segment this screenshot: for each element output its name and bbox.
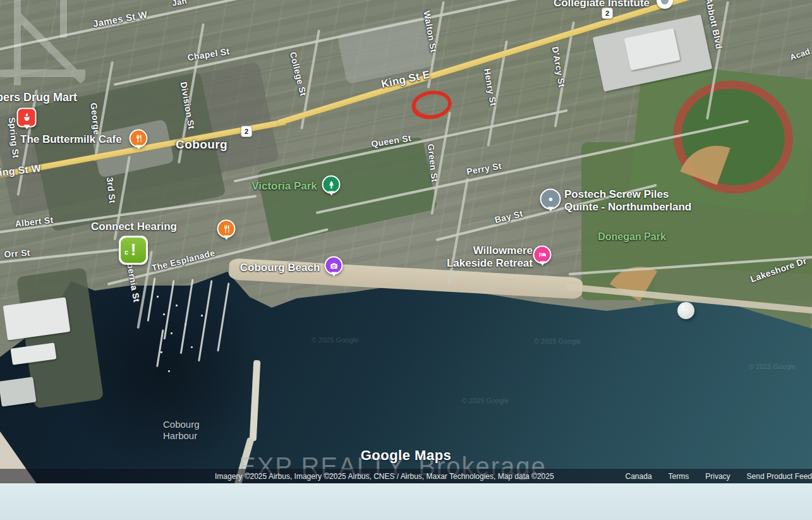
poi-label-willowmere-lakeside-retreat[interactable]: WillowmereLakeside Retreat — [447, 245, 533, 270]
poi-label-the-buttermilk-cafe[interactable]: The Buttermilk Cafe — [20, 133, 122, 146]
poi-label-victoria-park[interactable]: Victoria Park — [251, 180, 317, 193]
poi-label-line: Donegan Park — [598, 231, 666, 243]
exp-logo-watermark — [0, 0, 92, 92]
poi-label-line: Lakeside Retreat — [447, 257, 533, 270]
connect-hearing-icon: !c — [119, 236, 148, 265]
school-icon — [657, 0, 673, 9]
victoria-park-marker[interactable] — [322, 176, 341, 194]
poi-label-line: Victoria Park — [251, 180, 317, 193]
shoppers-drug-mart-marker[interactable] — [17, 108, 37, 128]
google-copyright-mark: © 2025 Google — [534, 337, 581, 345]
footer-link-canada[interactable]: Canada — [626, 472, 652, 481]
highway-2-badge: 2 — [602, 8, 613, 19]
business-icon — [540, 189, 561, 210]
poi-label-line: Cobourg — [163, 419, 200, 430]
google-maps-logo[interactable]: Google Maps — [361, 447, 452, 464]
poi-label-line: Willowmere — [447, 245, 533, 257]
footer-link-send-product-feed[interactable]: Send Product Feed — [747, 472, 812, 481]
poi-label-line: Connect Hearing — [91, 221, 177, 233]
poi-label-line: Quinte - Northumberland — [564, 201, 691, 214]
poi-label-postech-screw-piles-quinte-northumberland[interactable]: Postech Screw PilesQuinte - Northumberla… — [564, 188, 691, 214]
poi-label-donegan-park[interactable]: Donegan Park — [598, 231, 666, 243]
poi-label-pers-drug-mart[interactable]: pers Drug Mart — [0, 91, 77, 104]
footer-link-privacy[interactable]: Privacy — [705, 472, 730, 481]
google-copyright-mark: © 2025 Google — [749, 363, 796, 370]
pharmacy-icon — [17, 108, 37, 128]
buttermilk-cafe-marker[interactable] — [130, 130, 148, 148]
esplanade-restaurant-marker[interactable] — [217, 220, 236, 238]
poi-label-line: Cobourg Beach — [240, 262, 320, 274]
poi-label-cobourg-harbour[interactable]: CobourgHarbour — [163, 419, 200, 441]
restaurant-icon — [130, 130, 148, 148]
cobourg-beach-marker[interactable] — [325, 257, 343, 275]
lodging-icon — [533, 246, 552, 264]
desktop-screen: James St WJanWalton StChapel StCollege S… — [0, 0, 812, 520]
park-icon — [322, 176, 341, 194]
willowmere-marker[interactable] — [533, 246, 552, 264]
google-copyright-mark: © 2025 Google — [462, 397, 509, 404]
footer-link-terms[interactable]: Terms — [669, 472, 689, 481]
windows-taskbar: Search RE COA — [0, 483, 812, 520]
postech-marker[interactable] — [540, 189, 561, 210]
poi-label-cobourg-beach[interactable]: Cobourg Beach — [240, 262, 320, 274]
collegiate-marker[interactable] — [657, 0, 673, 9]
map-attribution-bar: Imagery ©2025 Airbus, Imagery ©2025 Airb… — [0, 469, 812, 483]
water-tower-dome — [677, 302, 694, 319]
restaurant-icon — [217, 220, 236, 238]
marina-boats — [157, 296, 159, 298]
google-maps-satellite-view[interactable]: James St WJanWalton StChapel StCollege S… — [0, 0, 812, 483]
poi-label-line: Harbour — [163, 430, 200, 442]
city-label-cobourg: Cobourg — [176, 138, 227, 152]
map-footer-links: CanadaTermsPrivacySend Product Feed — [610, 472, 812, 481]
imagery-attribution: Imagery ©2025 Airbus, Imagery ©2025 Airb… — [215, 472, 554, 481]
poi-label-line: The Buttermilk Cafe — [20, 133, 122, 146]
street-label-orr-st: Orr St — [4, 248, 30, 260]
beach-icon — [325, 257, 343, 275]
condo-building-3 — [0, 377, 37, 406]
highway-2-badge: 2 — [241, 126, 252, 137]
poi-label-line: Postech Screw Piles — [564, 188, 691, 201]
poi-label-connect-hearing[interactable]: Connect Hearing — [91, 221, 177, 233]
red-circle-annotation — [406, 85, 457, 124]
connect-hearing-logo[interactable]: !c — [119, 236, 148, 265]
poi-label-line: pers Drug Mart — [0, 91, 77, 104]
google-copyright-mark: © 2025 Google — [312, 336, 358, 344]
